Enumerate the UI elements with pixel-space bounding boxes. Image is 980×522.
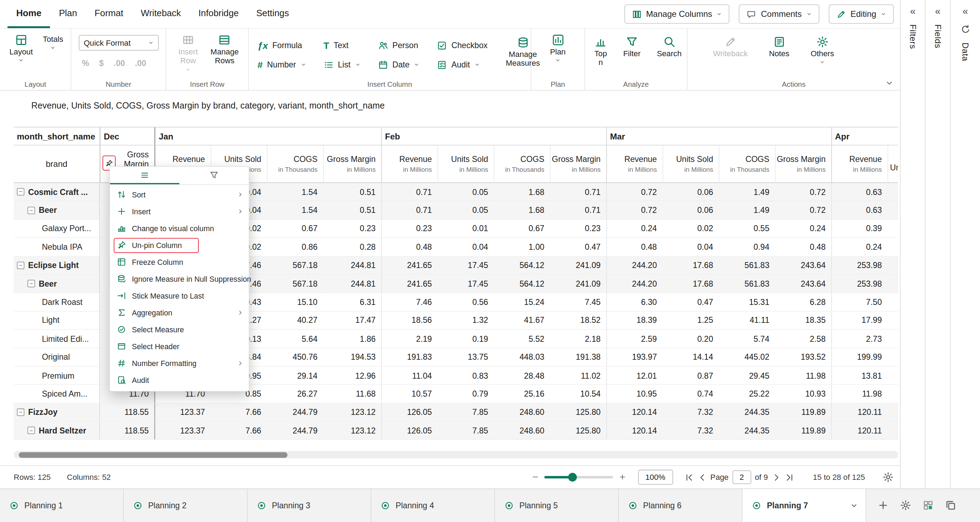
data-cell[interactable] — [888, 275, 898, 293]
measure-header-revenue[interactable]: Revenuein Millions — [381, 146, 438, 183]
data-cell[interactable]: 448.03 — [494, 348, 550, 367]
data-cell[interactable]: 7.32 — [663, 403, 719, 422]
data-cell[interactable]: 244.81 — [323, 256, 381, 275]
data-cell[interactable]: 0.23 — [323, 219, 381, 238]
month-group-header-mar[interactable]: Mar — [606, 127, 831, 146]
sheet-tab-planning-4[interactable]: Planning 4 — [371, 489, 495, 522]
menu-item-change-to-visual-column[interactable]: Change to visual column — [110, 220, 249, 237]
data-cell[interactable]: 253.98 — [831, 275, 888, 293]
data-cell[interactable]: 0.72 — [606, 201, 663, 219]
data-cell[interactable]: 2.73 — [831, 330, 888, 348]
expand-panel-icon[interactable]: « — [910, 6, 916, 16]
sheets-overview-icon[interactable] — [922, 500, 934, 511]
totals-button[interactable]: Totals — [38, 32, 67, 53]
sheet-settings-icon[interactable] — [900, 500, 911, 511]
last-page-button[interactable] — [785, 473, 794, 482]
data-cell[interactable]: 12.01 — [606, 367, 663, 385]
data-cell[interactable]: 7.45 — [550, 294, 606, 312]
data-cell[interactable]: 0.55 — [719, 219, 775, 238]
panel-label-fields[interactable]: Fields — [933, 24, 943, 48]
data-cell[interactable]: 0.23 — [381, 219, 438, 238]
zoom-in-button[interactable]: + — [613, 471, 632, 483]
data-cell[interactable]: 15.10 — [267, 294, 323, 312]
data-cell[interactable]: 12.96 — [323, 367, 381, 385]
data-cell[interactable]: 0.74 — [663, 385, 719, 403]
sheet-tab-planning-5[interactable]: Planning 5 — [495, 489, 619, 522]
data-cell[interactable]: 567.18 — [267, 275, 323, 293]
data-cell[interactable]: 125.80 — [550, 403, 606, 422]
data-cell[interactable]: 5.52 — [494, 330, 550, 348]
data-cell[interactable] — [888, 385, 898, 403]
data-cell[interactable]: 193.97 — [606, 348, 663, 367]
data-cell[interactable]: 0.47 — [663, 294, 719, 312]
data-cell[interactable]: 0.83 — [438, 367, 494, 385]
data-cell[interactable]: 0.06 — [663, 201, 719, 219]
data-cell[interactable]: 199.99 — [831, 348, 888, 367]
data-cell[interactable]: 0.23 — [550, 219, 606, 238]
data-cell[interactable]: 2.19 — [381, 330, 438, 348]
copy-sheet-icon[interactable] — [945, 500, 956, 511]
data-cell[interactable]: 0.94 — [719, 238, 775, 256]
data-cell[interactable] — [888, 219, 898, 238]
data-cell[interactable]: 126.05 — [381, 403, 438, 422]
data-cell[interactable]: 243.64 — [775, 256, 831, 275]
row-header-spiced-am[interactable]: Spiced Am... — [14, 385, 100, 403]
manage-rows-button[interactable]: Manage Rows — [206, 32, 243, 67]
menu-item-writeback[interactable]: Writeback — [132, 0, 190, 28]
measure-header-revenue[interactable]: Revenuein Millions — [831, 146, 888, 183]
data-cell[interactable]: 241.65 — [381, 275, 438, 293]
data-cell[interactable]: 244.79 — [267, 403, 323, 422]
data-cell[interactable]: 5.64 — [267, 330, 323, 348]
data-cell[interactable]: 1.32 — [438, 312, 494, 330]
zoom-slider-thumb[interactable] — [568, 473, 577, 482]
data-cell[interactable]: 0.24 — [831, 238, 888, 256]
ribbon-collapse-button[interactable] — [885, 79, 894, 87]
data-cell[interactable]: 17.45 — [438, 256, 494, 275]
row-header-nebula-ipa[interactable]: Nebula IPA — [14, 238, 100, 256]
data-cell[interactable]: 0.51 — [323, 183, 381, 201]
data-cell[interactable]: 11.02 — [550, 367, 606, 385]
menu-item-plan[interactable]: Plan — [50, 0, 86, 28]
data-cell[interactable]: 40.27 — [267, 312, 323, 330]
data-cell[interactable]: 13.81 — [831, 367, 888, 385]
data-cell[interactable]: 244.20 — [606, 275, 663, 293]
data-cell[interactable]: 120.14 — [606, 403, 663, 422]
data-cell[interactable]: 0.72 — [606, 183, 663, 201]
data-cell[interactable] — [888, 312, 898, 330]
data-cell[interactable]: 10.57 — [381, 385, 438, 403]
data-cell[interactable]: 7.50 — [831, 294, 888, 312]
data-cell[interactable]: 0.56 — [438, 294, 494, 312]
data-cell[interactable]: 1.54 — [267, 201, 323, 219]
data-cell[interactable]: 1.00 — [494, 238, 550, 256]
plan-button[interactable]: Plan — [546, 32, 570, 79]
insert-text-column-button[interactable]: TText — [323, 40, 360, 51]
data-cell[interactable]: 29.14 — [267, 367, 323, 385]
data-cell[interactable]: 17.99 — [831, 312, 888, 330]
collapse-icon[interactable]: − — [17, 188, 24, 196]
currency-format-icon[interactable]: $ — [99, 59, 104, 68]
panel-label-filters[interactable]: Filters — [908, 24, 918, 49]
data-cell[interactable]: 567.18 — [267, 256, 323, 275]
data-cell[interactable] — [888, 183, 898, 201]
editing-mode-button[interactable]: Editing — [829, 4, 894, 24]
previous-page-button[interactable] — [697, 473, 706, 482]
others-button[interactable]: Others — [807, 34, 839, 67]
insert-date-column-button[interactable]: Date — [378, 60, 419, 70]
writeback-button[interactable]: Writeback — [709, 34, 752, 60]
data-cell[interactable]: 119.89 — [775, 422, 831, 440]
data-cell[interactable]: 18.35 — [775, 312, 831, 330]
data-cell[interactable]: 10.93 — [775, 385, 831, 403]
sheet-tab-planning-6[interactable]: Planning 6 — [619, 489, 742, 522]
data-cell[interactable]: 123.12 — [323, 403, 381, 422]
data-cell[interactable] — [888, 256, 898, 275]
data-cell[interactable]: 120.11 — [831, 403, 888, 422]
settings-gear-icon[interactable] — [883, 471, 894, 483]
data-cell[interactable]: 17.68 — [663, 256, 719, 275]
data-cell[interactable]: 0.72 — [775, 201, 831, 219]
data-cell[interactable]: 17.47 — [323, 312, 381, 330]
measure-header-gross-margin[interactable]: Gross Marginin Millions — [323, 146, 381, 183]
data-cell[interactable]: 15.31 — [719, 294, 775, 312]
menu-item-home[interactable]: Home — [7, 0, 50, 28]
data-cell[interactable]: 0.48 — [775, 238, 831, 256]
measure-header-units-sold[interactable]: Units Sold — [888, 146, 898, 183]
